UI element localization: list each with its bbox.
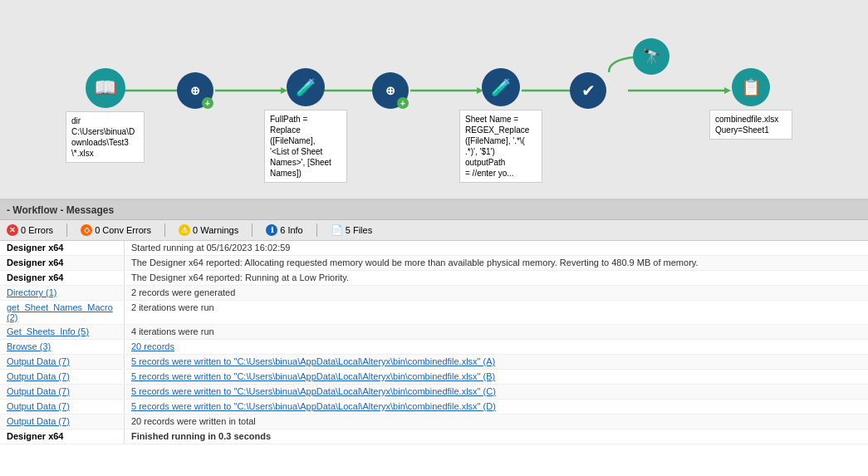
node-join2[interactable]: ⊕ + xyxy=(372,72,409,109)
table-row: Get_Sheets_Info (5)4 iterations were run xyxy=(0,325,868,340)
msg-content[interactable]: 20 records xyxy=(125,340,868,354)
output-icon: 📋 xyxy=(732,68,770,106)
join2-icon: ⊕ + xyxy=(372,72,409,109)
files-label: 5 Files xyxy=(346,225,372,235)
msg-source[interactable]: Directory (1) xyxy=(0,286,125,300)
workflow-canvas: 📖 dirC:\Users\binua\Downloads\Test3\*.xl… xyxy=(0,0,868,199)
conv-errors-label: 0 Conv Errors xyxy=(95,225,151,235)
msg-source: Designer x64 xyxy=(0,271,125,285)
node-formula1[interactable]: 🧪 FullPath =Replace([FileName],'<List of… xyxy=(264,68,347,183)
node-binoculars[interactable]: 🔭 xyxy=(633,38,669,75)
msg-content: The Designer x64 reported: Allocating re… xyxy=(125,256,868,270)
conv-errors-icon: ◇ xyxy=(81,224,92,236)
warnings-filter[interactable]: ⚠ 0 Warnings xyxy=(179,224,238,236)
info-label: 6 Info xyxy=(280,225,303,235)
msg-source[interactable]: Output Data (7) xyxy=(0,370,125,384)
msg-content[interactable]: 5 records were written to "C:\Users\binu… xyxy=(125,385,868,399)
warnings-label: 0 Warnings xyxy=(193,225,238,235)
msg-content: 20 records were written in total xyxy=(125,415,868,429)
table-row: Designer x64Started running at 05/16/202… xyxy=(0,241,868,256)
table-row: Designer x64Finished running in 0.3 seco… xyxy=(0,429,868,444)
table-row: Browse (3)20 records xyxy=(0,340,868,355)
info-filter[interactable]: ℹ 6 Info xyxy=(266,224,303,236)
msg-content: 4 iterations were run xyxy=(125,325,868,339)
msg-source[interactable]: get_Sheet_Names_Macro (2) xyxy=(0,301,125,324)
table-row: get_Sheet_Names_Macro (2)2 iterations we… xyxy=(0,301,868,325)
table-row: Designer x64The Designer x64 reported: A… xyxy=(0,256,868,271)
output-label: combinedfile.xlsxQuery=Sheet1 xyxy=(709,110,792,140)
table-row: Output Data (7)5 records were written to… xyxy=(0,385,868,400)
table-row: Designer x64The Designer x64 reported: R… xyxy=(0,271,868,286)
msg-content[interactable]: 5 records were written to "C:\Users\binu… xyxy=(125,355,868,369)
msg-content: Finished running in 0.3 seconds xyxy=(125,429,868,444)
files-filter[interactable]: 📄 5 Files xyxy=(331,224,372,236)
table-row: Output Data (7)5 records were written to… xyxy=(0,400,868,415)
node-output[interactable]: 📋 combinedfile.xlsxQuery=Sheet1 xyxy=(709,68,792,140)
join1-icon: ⊕ + xyxy=(177,72,213,109)
join1-badge: + xyxy=(202,97,213,109)
node-check[interactable]: ✔ xyxy=(570,72,606,109)
warnings-icon: ⚠ xyxy=(179,224,190,236)
info-icon: ℹ xyxy=(266,224,277,236)
node-formula2[interactable]: 🧪 Sheet Name =REGEX_Replace([FileName], … xyxy=(459,68,542,183)
msg-source[interactable]: Output Data (7) xyxy=(0,355,125,369)
divider4 xyxy=(316,223,317,237)
table-row: Directory (1)2 records were generated xyxy=(0,286,868,301)
divider2 xyxy=(164,223,165,237)
messages-header-text: - Workflow - Messages xyxy=(7,204,114,216)
formula1-icon: 🧪 xyxy=(287,68,325,106)
node-join1[interactable]: ⊕ + xyxy=(177,72,213,109)
directory-icon: 📖 xyxy=(86,68,125,108)
formula1-label: FullPath =Replace([FileName],'<List of S… xyxy=(264,110,347,183)
messages-header: - Workflow - Messages xyxy=(0,201,868,220)
errors-icon: ✕ xyxy=(7,224,18,236)
msg-content: Started running at 05/16/2023 16:02:59 xyxy=(125,241,868,255)
errors-filter[interactable]: ✕ 0 Errors xyxy=(7,224,53,236)
table-row: Output Data (7)5 records were written to… xyxy=(0,370,868,385)
msg-source[interactable]: Get_Sheets_Info (5) xyxy=(0,325,125,339)
msg-source[interactable]: Output Data (7) xyxy=(0,415,125,429)
files-icon: 📄 xyxy=(331,224,343,236)
formula2-label: Sheet Name =REGEX_Replace([FileName], '.… xyxy=(459,110,542,183)
msg-source[interactable]: Output Data (7) xyxy=(0,385,125,399)
binoculars-icon: 🔭 xyxy=(633,38,669,75)
messages-toolbar: ✕ 0 Errors ◇ 0 Conv Errors ⚠ 0 Warnings … xyxy=(0,220,868,241)
msg-content: 2 iterations were run xyxy=(125,301,868,324)
msg-source[interactable]: Output Data (7) xyxy=(0,400,125,414)
msg-content[interactable]: 5 records were written to "C:\Users\binu… xyxy=(125,370,868,384)
messages-table: Designer x64Started running at 05/16/202… xyxy=(0,241,868,476)
msg-source: Designer x64 xyxy=(0,256,125,270)
formula2-icon: 🧪 xyxy=(482,68,520,106)
msg-content: The Designer x64 reported: Running at a … xyxy=(125,271,868,285)
msg-source: Designer x64 xyxy=(0,429,125,444)
table-row: Output Data (7)20 records were written i… xyxy=(0,415,868,429)
msg-source: Designer x64 xyxy=(0,241,125,255)
messages-section: - Workflow - Messages ✕ 0 Errors ◇ 0 Con… xyxy=(0,199,868,476)
errors-label: 0 Errors xyxy=(21,225,53,235)
msg-source[interactable]: Browse (3) xyxy=(0,340,125,354)
join2-badge: + xyxy=(397,97,409,109)
node-directory[interactable]: 📖 dirC:\Users\binua\Downloads\Test3\*.xl… xyxy=(66,68,145,163)
directory-label: dirC:\Users\binua\Downloads\Test3\*.xlsx xyxy=(66,111,145,163)
check-icon: ✔ xyxy=(570,72,606,109)
divider3 xyxy=(252,223,253,237)
conv-errors-filter[interactable]: ◇ 0 Conv Errors xyxy=(81,224,151,236)
msg-content: 2 records were generated xyxy=(125,286,868,300)
msg-content[interactable]: 5 records were written to "C:\Users\binu… xyxy=(125,400,868,414)
divider1 xyxy=(66,223,67,237)
table-row: Output Data (7)5 records were written to… xyxy=(0,355,868,370)
